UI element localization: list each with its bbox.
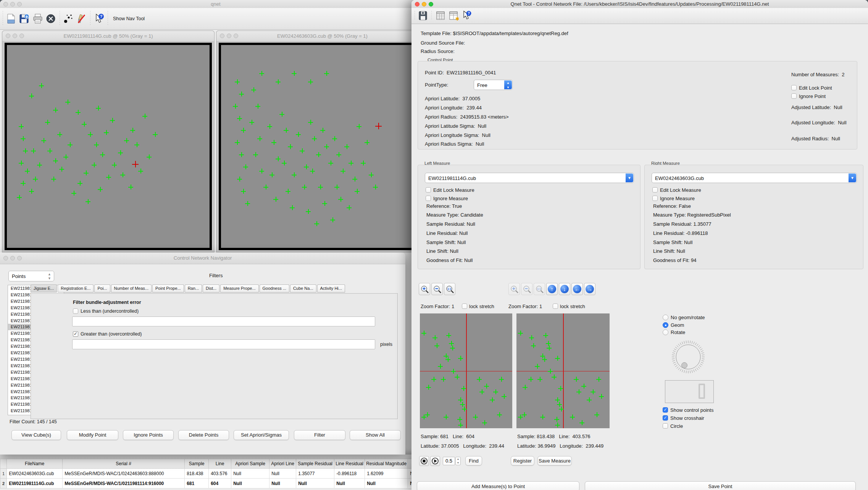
register-button[interactable]: Register [511, 456, 534, 466]
rotate-radio[interactable] [663, 329, 668, 335]
maximize-icon[interactable] [17, 256, 22, 260]
nudge-down-button[interactable]: ↓ [559, 283, 570, 295]
table-row[interactable]: 2EW0211981114G.cubMeSSEnGeR/MDIS-WAC/1/0… [0, 479, 458, 488]
print-icon[interactable] [32, 13, 44, 24]
set-apriori-sigmas-button[interactable]: Set Apriori/Sigmas [234, 430, 289, 440]
close-icon[interactable] [3, 256, 8, 260]
filter-tab[interactable]: Goodness ... [260, 284, 289, 292]
table-column-header[interactable]: Sample [185, 459, 209, 469]
nudge-up-button[interactable]: ↑ [546, 283, 558, 295]
right-lock-stretch-checkbox[interactable] [553, 304, 558, 309]
filter-tab[interactable]: Dist... [203, 284, 219, 292]
table-row[interactable]: 1EW0242463603G.cubMeSSEnGeR/MDIS-WAC/1/0… [0, 469, 458, 479]
viewport-1-controls[interactable] [6, 34, 24, 38]
navigator-mode-select[interactable]: Points ▲▼ [8, 271, 54, 281]
ignore-points-button[interactable]: Ignore Points [123, 430, 174, 440]
plot-points-icon[interactable] [63, 13, 74, 24]
table-column-header[interactable]: Serial # [63, 459, 185, 469]
right-measure-cube-select[interactable]: EW0242463603G.cub ▼ [652, 173, 857, 183]
zoom-1-1-button-disabled[interactable]: 1:1 [534, 283, 545, 295]
delete-points-button[interactable]: Delete Points [178, 430, 229, 440]
table-column-header[interactable]: Residual Magnitude [365, 459, 408, 469]
viewport-2-controls[interactable] [220, 34, 238, 38]
point-type-select[interactable]: Free ▲▼ [474, 80, 513, 90]
show-nav-tool-button[interactable]: Show Nav Tool [113, 16, 145, 22]
navigator-titlebar[interactable]: Control Network Navigator [0, 252, 405, 264]
filter-tab[interactable]: Registration E... [58, 284, 94, 292]
filter-tab[interactable]: Cube Na... [290, 284, 316, 292]
edit-lock-point-checkbox[interactable] [791, 85, 797, 90]
filter-tab[interactable]: Jigsaw E... [31, 284, 57, 292]
maximize-icon[interactable] [234, 34, 238, 38]
ignore-point-checkbox[interactable] [791, 93, 797, 99]
close-icon[interactable] [3, 2, 8, 6]
minimize-icon[interactable] [13, 34, 17, 38]
blink-rate-stepper[interactable]: ▲▼ [455, 457, 461, 465]
show-all-button[interactable]: Show All [350, 430, 401, 440]
find-button[interactable]: Find [465, 456, 482, 466]
qnet-tool-titlebar[interactable]: Qnet Tool - Control Network File: /Users… [411, 0, 868, 8]
right-chip-view[interactable] [516, 313, 610, 428]
left-ignore-measure-checkbox[interactable] [426, 196, 431, 201]
minimize-icon[interactable] [227, 34, 231, 38]
minimize-icon[interactable] [10, 256, 15, 260]
show-control-points-checkbox[interactable] [663, 407, 668, 413]
minimize-icon[interactable] [10, 2, 15, 6]
filter-button[interactable]: Filter [294, 430, 345, 440]
filter-tab[interactable]: Number of Meas... [111, 284, 152, 292]
modify-point-button[interactable]: Modify Point [67, 430, 118, 440]
filter-tab[interactable]: Ran... [185, 284, 202, 292]
navigator-traffic-lights[interactable] [3, 256, 22, 260]
table-column-header[interactable]: Apriori Sample [231, 459, 269, 469]
save-measure-button[interactable]: Save Measure [537, 456, 572, 466]
table-column-header[interactable]: Sample Residual [296, 459, 334, 469]
left-edit-lock-measure-checkbox[interactable] [426, 187, 431, 193]
left-chip-view[interactable] [420, 313, 512, 428]
left-lock-stretch-checkbox[interactable] [462, 304, 467, 309]
minimize-icon[interactable] [422, 2, 426, 6]
maximize-icon[interactable] [19, 34, 24, 38]
close-icon[interactable] [220, 34, 224, 38]
greater-than-checkbox[interactable] [73, 331, 78, 337]
right-ignore-measure-checkbox[interactable] [652, 196, 658, 201]
zoom-in-button[interactable] [419, 283, 430, 295]
qnet-traffic-lights[interactable] [3, 2, 22, 6]
viewport-2-image[interactable] [221, 45, 424, 248]
blink-stop-button[interactable] [419, 456, 429, 466]
geom-radio[interactable] [663, 322, 668, 328]
zoom-in-button-disabled[interactable] [508, 283, 520, 295]
viewport-1-image[interactable] [7, 45, 210, 248]
view-cubes-button[interactable]: View Cube(s) [11, 430, 61, 440]
save-icon[interactable] [18, 13, 30, 24]
qnet-titlebar[interactable]: qnet [0, 0, 431, 8]
nudge-right-button[interactable]: → [584, 283, 595, 295]
table-new-icon[interactable]: ✱ [448, 10, 460, 22]
whats-this-icon[interactable]: ? [461, 10, 473, 22]
no-geom-rotate-radio[interactable] [663, 315, 668, 320]
table-column-header[interactable]: Line Residual [334, 459, 365, 469]
close-icon[interactable] [6, 34, 10, 38]
zoom-out-button[interactable] [431, 283, 443, 295]
rotation-dial[interactable] [671, 340, 705, 374]
table-column-header[interactable]: Apriori Line [269, 459, 296, 469]
save-point-button[interactable]: Save Point [585, 481, 856, 490]
open-file-icon[interactable] [5, 13, 17, 24]
measure-table[interactable]: FileNameSerial #SampleLineApriori Sample… [0, 459, 458, 488]
table-column-header[interactable]: Line [209, 459, 231, 469]
filter-tab[interactable]: Activity Hi... [317, 284, 345, 292]
zoom-1-1-button[interactable]: 1:1 [444, 283, 455, 295]
maximize-icon[interactable] [17, 2, 22, 6]
less-than-checkbox[interactable] [73, 308, 78, 314]
table-view-icon[interactable] [435, 10, 447, 22]
zoom-out-button-disabled[interactable] [521, 283, 532, 295]
filter-tab[interactable]: Poi... [94, 284, 110, 292]
qnet-tool-traffic-lights[interactable] [415, 2, 433, 6]
left-measure-cube-select[interactable]: EW0211981114G.cub ▼ [425, 173, 634, 183]
blink-rate-input[interactable]: 0.5 [443, 457, 455, 465]
show-crosshair-checkbox[interactable] [663, 415, 668, 421]
viewport-2-titlebar[interactable]: EW0242463603G.cub @ 50% (Gray = 1) [216, 31, 428, 42]
right-edit-lock-measure-checkbox[interactable] [652, 187, 658, 193]
viewport-1-titlebar[interactable]: EW0211981114G.cub @ 50% (Gray = 1) [2, 31, 214, 42]
filter-tab[interactable]: Measure Prope... [220, 284, 258, 292]
add-measures-button[interactable]: Add Measure(s) to Point [417, 481, 579, 490]
